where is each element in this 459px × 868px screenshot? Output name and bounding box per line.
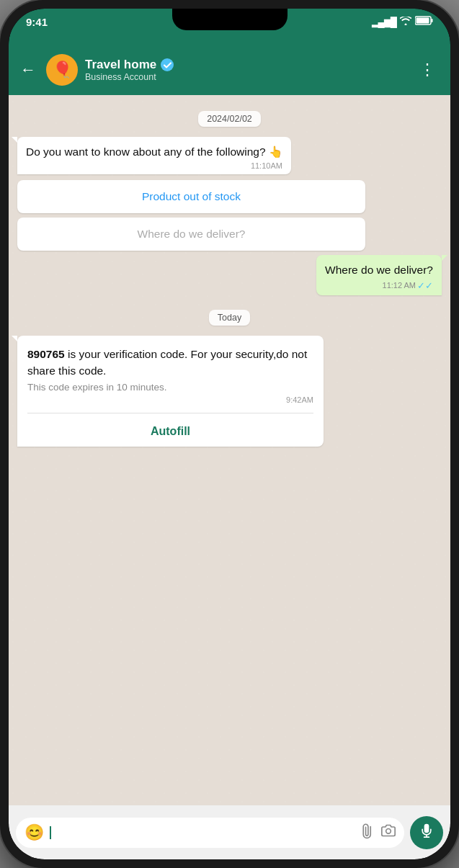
svg-rect-1 <box>432 19 433 22</box>
bubble-time-1: 11:10AM <box>26 161 282 170</box>
verification-time: 9:42AM <box>27 393 313 410</box>
quick-reply-stock-label: Product out of stock <box>142 190 241 202</box>
verification-bubble: 890765 is your verification code. For yo… <box>17 336 324 447</box>
notch <box>172 9 288 30</box>
quick-reply-deliver[interactable]: Where do we deliver? <box>17 218 365 251</box>
sent-text-1: Where do we deliver? <box>325 262 433 278</box>
date-badge-text: 2024/02/02 <box>198 111 261 127</box>
today-badge: Today <box>17 310 442 326</box>
verification-note: This code expires in 10 minutes. <box>27 382 313 393</box>
bubble-text-1: Do you want to know about any of the fol… <box>26 144 282 160</box>
autofill-divider <box>27 413 313 413</box>
mic-button[interactable] <box>410 816 443 849</box>
verification-code: 890765 <box>27 348 65 360</box>
verification-text: 890765 is your verification code. For yo… <box>27 346 313 380</box>
today-badge-text: Today <box>209 310 250 326</box>
text-cursor <box>50 826 51 839</box>
battery-icon <box>415 16 433 27</box>
phone-inner: 9:41 ▂▄▆█ <box>9 9 450 859</box>
chat-area: 2024/02/02 Do you want to know about any… <box>9 95 450 805</box>
bubble-received-1: Do you want to know about any of the fol… <box>17 137 291 174</box>
bubble-sent-1: Where do we deliver? 11:12 AM ✓✓ <box>316 255 442 295</box>
signal-icon: ▂▄▆█ <box>372 17 396 27</box>
autofill-button[interactable]: Autofill <box>27 416 313 447</box>
verification-message: 890765 is your verification code. For yo… <box>17 336 365 447</box>
wifi-icon <box>400 16 411 27</box>
sent-time-1: 11:12 AM ✓✓ <box>325 280 433 291</box>
quick-reply-stock[interactable]: Product out of stock <box>17 180 365 213</box>
sent-message-1: Where do we deliver? 11:12 AM ✓✓ <box>17 255 442 295</box>
svg-rect-2 <box>416 18 429 24</box>
status-icons: ▂▄▆█ <box>372 16 433 27</box>
received-message-1: Do you want to know about any of the fol… <box>17 137 365 174</box>
input-field-wrap: 😊 <box>16 818 404 848</box>
date-badge: 2024/02/02 <box>17 111 442 127</box>
contact-info[interactable]: Travel home Business Account <box>85 58 406 82</box>
avatar-emoji: 🎈 <box>53 61 72 79</box>
contact-avatar: 🎈 <box>46 54 78 86</box>
svg-point-3 <box>386 829 391 834</box>
back-button[interactable]: ← <box>17 58 39 82</box>
phone-frame: 9:41 ▂▄▆█ <box>0 0 459 868</box>
mic-icon <box>419 823 434 841</box>
screen: 9:41 ▂▄▆█ <box>9 9 450 859</box>
input-bar: 😊 <box>9 805 450 859</box>
verified-badge <box>161 58 174 71</box>
attach-button[interactable] <box>357 821 380 844</box>
wa-header: ← 🎈 Travel home Business Account <box>9 45 450 95</box>
emoji-button[interactable]: 😊 <box>24 823 44 842</box>
header-menu-button[interactable]: ⋮ <box>414 58 442 82</box>
contact-subtitle: Business Account <box>85 72 406 82</box>
contact-name: Travel home <box>85 58 406 72</box>
quick-reply-deliver-label: Where do we deliver? <box>138 228 246 240</box>
camera-button[interactable] <box>381 823 396 841</box>
double-tick-icon: ✓✓ <box>417 280 433 291</box>
